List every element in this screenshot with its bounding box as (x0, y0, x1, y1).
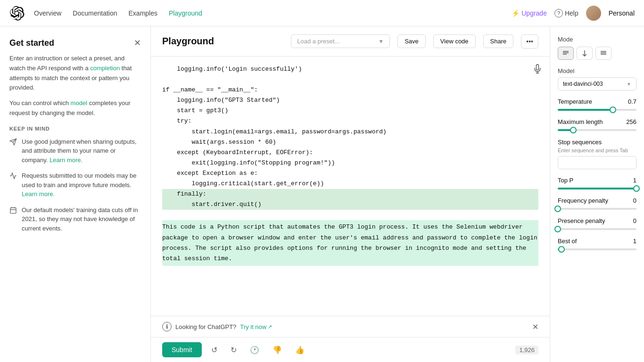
try-now-link[interactable]: Try it now ↗ (240, 323, 272, 330)
code-line-14-highlighted: start.driver.quit() (162, 199, 538, 210)
header: Overview Documentation Examples Playgrou… (0, 0, 644, 26)
mode-label: Mode (558, 36, 636, 43)
model-label: Model (558, 67, 636, 74)
presence-penalty-value: 0 (633, 217, 636, 224)
personal-label[interactable]: Personal (609, 9, 635, 17)
tip-3: Our default models' training data cuts o… (9, 206, 141, 233)
code-line-7: start.login(email=args.email, password=a… (162, 127, 538, 137)
code-line-13-highlighted: finally: (162, 189, 538, 199)
code-line-8: wait(args.session * 60) (162, 137, 538, 148)
top-p-section: Top P 1 (558, 177, 636, 189)
save-button[interactable]: Save (397, 34, 426, 48)
freq-penalty-label: Frequency penalty (558, 197, 608, 204)
upgrade-button[interactable]: ⚡ Upgrade (512, 9, 547, 17)
more-button[interactable]: ••• (521, 34, 538, 49)
chevron-down-icon: ▼ (378, 38, 384, 45)
dislike-button[interactable]: 👎 (269, 344, 286, 356)
send-icon (9, 138, 17, 148)
best-of-slider[interactable] (558, 248, 636, 250)
freq-penalty-section: Frequency penalty 0 (558, 197, 636, 210)
presence-penalty-section: Presence penalty 0 (558, 217, 636, 230)
code-line-3: if __name__ == "__main__": (162, 85, 538, 95)
stop-sequences-section: Stop sequences Enter sequence and press … (558, 139, 636, 169)
history-button[interactable]: 🕐 (246, 344, 263, 356)
sidebar-title: Get started (9, 38, 54, 48)
freq-penalty-slider[interactable] (558, 208, 636, 210)
mode-insert-button[interactable] (577, 47, 593, 60)
presence-penalty-slider[interactable] (558, 228, 636, 230)
code-line-4: logging.info("GPT3 Started") (162, 95, 538, 106)
view-code-button[interactable]: View code (433, 34, 476, 48)
best-of-label: Best of (558, 238, 577, 245)
undo-button[interactable]: ↺ (207, 344, 221, 356)
external-link-icon: ↗ (268, 324, 272, 330)
best-of-value: 1 (633, 238, 636, 245)
max-length-thumb (570, 127, 577, 133)
close-banner-button[interactable]: ✕ (532, 322, 538, 331)
mode-complete-button[interactable] (558, 47, 574, 60)
like-button[interactable]: 👍 (291, 344, 308, 356)
model-selector[interactable]: text-davinci-003 ▼ (558, 77, 636, 90)
sidebar-desc2: You can control which model completes yo… (9, 99, 141, 118)
chatgpt-banner: ℹ Looking for ChatGPT? Try it now ↗ ✕ (151, 316, 550, 337)
main-nav: Overview Documentation Examples Playgrou… (34, 9, 502, 17)
best-of-thumb (558, 246, 565, 253)
tip-1: Use good judgment when sharing outputs, … (9, 137, 141, 165)
mode-edit-button[interactable] (595, 47, 611, 60)
logo[interactable] (9, 6, 25, 21)
avatar[interactable] (586, 6, 601, 21)
learn-more-link-1[interactable]: Learn more. (50, 156, 83, 164)
header-actions: ⚡ Upgrade ? Help Personal (512, 6, 635, 21)
help-icon: ? (554, 9, 563, 17)
code-line-6: try: (162, 116, 538, 126)
stop-sequences-hint: Enter sequence and press Tab (558, 148, 636, 153)
presence-penalty-thumb (554, 226, 561, 232)
model-section: Model text-davinci-003 ▼ (558, 67, 636, 90)
freq-penalty-thumb (554, 206, 561, 212)
token-count: 1,926 (515, 346, 538, 354)
banner-text: Looking for ChatGPT? (175, 323, 236, 330)
sidebar-desc1: Enter an instruction or select a preset,… (9, 54, 141, 93)
share-button[interactable]: Share (483, 34, 514, 48)
nav-examples[interactable]: Examples (129, 9, 157, 17)
nav-documentation[interactable]: Documentation (73, 9, 117, 17)
redo-button[interactable]: ↻ (227, 344, 240, 356)
max-length-slider[interactable] (558, 129, 636, 131)
calendar-icon (9, 206, 17, 217)
stop-sequences-label: Stop sequences (558, 139, 636, 146)
max-length-section: Maximum length 256 (558, 118, 636, 131)
code-scroll-area[interactable]: logging.info('Login successfully') if __… (151, 57, 550, 316)
code-container: logging.info('Login successfully') if __… (151, 57, 550, 316)
stop-sequences-input[interactable] (558, 156, 636, 169)
main-content: Playground Load a preset... ▼ Save View … (151, 26, 550, 362)
code-line-10: exit(logging.info("Stopping program!")) (162, 158, 538, 168)
code-generated-text: This code is a Python script that automa… (162, 220, 538, 265)
max-length-label: Maximum length (558, 118, 603, 125)
sidebar-header: Get started ✕ (9, 38, 141, 48)
mode-buttons (558, 47, 636, 60)
temperature-label: Temperature (558, 98, 592, 105)
code-line-5: start = gpt3() (162, 106, 538, 116)
help-button[interactable]: ? Help (554, 9, 578, 17)
top-p-label: Top P (558, 177, 573, 184)
top-p-slider[interactable] (558, 188, 636, 189)
preset-selector[interactable]: Load a preset... ▼ (291, 34, 390, 48)
completion-link[interactable]: completion (90, 65, 120, 72)
max-length-value: 256 (626, 118, 636, 125)
model-link[interactable]: model (71, 99, 87, 107)
freq-penalty-value: 0 (633, 197, 636, 204)
nav-playground[interactable]: Playground (169, 9, 202, 17)
presence-penalty-label: Presence penalty (558, 217, 605, 224)
chart-icon (9, 172, 17, 182)
best-of-section: Best of 1 (558, 238, 636, 250)
bolt-icon: ⚡ (512, 9, 520, 17)
mic-icon[interactable] (533, 64, 542, 75)
temperature-slider[interactable] (558, 109, 636, 111)
close-sidebar-button[interactable]: ✕ (134, 38, 141, 48)
nav-overview[interactable]: Overview (34, 9, 61, 17)
learn-more-link-2[interactable]: Learn more. (22, 190, 55, 197)
right-panel: Mode Model text-davinci-003 ▼ (550, 26, 644, 362)
mode-section: Mode (558, 36, 636, 60)
submit-button[interactable]: Submit (162, 342, 202, 357)
temperature-section: Temperature 0.7 (558, 98, 636, 111)
